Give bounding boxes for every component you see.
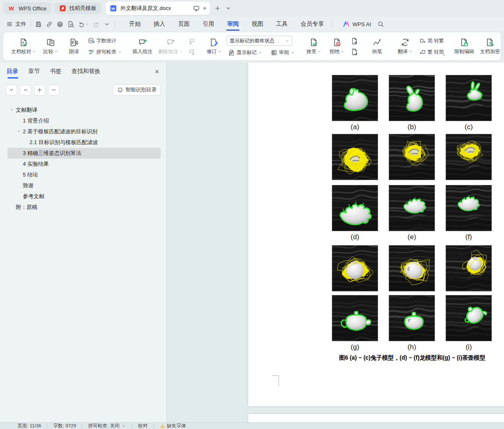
new-tab-button[interactable] (214, 5, 221, 12)
toc-item[interactable]: 5 结论 (7, 169, 161, 180)
menu-item-review[interactable]: 审阅 (226, 18, 240, 30)
toc-toolbar: 智能识别目录 (0, 78, 166, 96)
toc-item[interactable]: 3 精确三维姿态识别算法 (7, 148, 161, 159)
toc-item[interactable]: 致谢 (7, 180, 161, 191)
figure-image-dragon-y1[interactable] (332, 134, 378, 180)
markup-state-dropdown[interactable]: 显示标记的最终状态 (227, 36, 292, 46)
menu-item-home[interactable]: 开始 (128, 18, 142, 30)
prev-comment-button[interactable] (187, 37, 197, 45)
figure-image-dragon-g3[interactable] (445, 185, 492, 231)
translate-icon: A (401, 38, 410, 47)
pen-icon (372, 38, 382, 47)
figure-image-dragon-g2[interactable] (389, 185, 435, 231)
expand-arrow-icon[interactable] (10, 108, 16, 113)
undo-button[interactable] (78, 21, 89, 28)
read-aloud-button[interactable]: 朗读 (63, 37, 85, 56)
warning-icon (160, 423, 165, 429)
zoom-in-button[interactable] (34, 85, 45, 96)
redo-button[interactable] (93, 21, 100, 28)
draw-pen-button[interactable]: 画笔 (366, 37, 388, 56)
close-sidebar-button[interactable]: × (154, 68, 160, 78)
toc-item[interactable]: 2 基于模板匹配滤波的目标识别 (7, 126, 161, 137)
figure-image-dragon-g1[interactable] (332, 185, 378, 231)
menu-item-insert[interactable]: 插入 (153, 18, 166, 30)
smart-toc-button[interactable]: 智能识别目录 (113, 84, 161, 96)
docer-tab[interactable]: 找稻壳模板 (54, 2, 101, 14)
chevron-down-icon (121, 424, 126, 429)
wps-ai-button[interactable]: WPS AI (343, 20, 371, 28)
proofread-status[interactable]: 校对 (138, 423, 148, 429)
toc-item[interactable]: 4 实验结果 (7, 159, 161, 169)
figure-image-bunny-b[interactable] (389, 75, 435, 121)
toc-item[interactable]: 文献翻译 (7, 105, 161, 115)
sidebar-tab-chapters[interactable]: 章节 (28, 68, 40, 78)
word-count-button[interactable]: 12字数统计 (86, 37, 124, 45)
restrict-edit-button[interactable]: 限制编辑 (452, 37, 476, 56)
toc-item-label: 2 基于模板匹配滤波的目标识别 (23, 128, 98, 135)
collapse-all-button[interactable] (6, 85, 17, 96)
figure-label: (e) (389, 233, 435, 241)
figure-image-teapot-g3[interactable] (445, 295, 492, 341)
save-button[interactable] (35, 21, 42, 28)
insert-comment-button[interactable]: 插入批注 (130, 37, 154, 56)
expand-arrow-icon[interactable] (17, 129, 23, 135)
figure-label: (g) (332, 343, 378, 351)
expand-all-button[interactable] (20, 85, 31, 96)
sidebar-tab-bookmarks[interactable]: 书签 (50, 68, 61, 78)
translate-button[interactable]: A 翻译 (394, 37, 416, 56)
brand-chip[interactable]: W WPS Office (3, 2, 51, 14)
figure-image-teapot-y3[interactable] (445, 245, 492, 292)
menu-item-member[interactable]: 会员专享 (300, 18, 325, 30)
trad-to-simp-button[interactable]: 繁 转简 (418, 48, 445, 56)
word-count-status[interactable]: 字数: 9729 (53, 423, 76, 429)
toc-item[interactable]: 2.1 目标识别与模板匹配滤波 (7, 137, 161, 148)
spell-check-button[interactable]: ABC拼写检查 (86, 48, 124, 56)
menu-item-reference[interactable]: 引用 (202, 18, 215, 30)
missing-font-warning[interactable]: 缺失字体 (160, 423, 186, 429)
show-markup-button[interactable]: 显示标记 (227, 48, 264, 57)
simp-to-trad-button[interactable]: 简 转繁 (418, 37, 445, 45)
figure-image-bunny-c[interactable] (445, 75, 492, 121)
review-pane-button[interactable]: 审阅 (269, 48, 296, 57)
sidebar-tab-toc[interactable]: 目录 (7, 68, 18, 78)
track-changes-button[interactable]: 修订 (203, 37, 225, 56)
output-button[interactable] (46, 21, 53, 28)
figure-image-dragon-y3[interactable] (445, 134, 492, 180)
figure-image-teapot-g1[interactable] (332, 295, 378, 341)
compare-button[interactable]: 比较 (40, 37, 61, 56)
figure-image-teapot-y2[interactable] (389, 245, 435, 292)
toc-item[interactable]: 参考文献 (7, 191, 161, 202)
figure-label: (b) (389, 123, 435, 131)
sidebar-tab-find-replace[interactable]: 查找和替换 (71, 68, 100, 78)
search-icon[interactable] (377, 20, 384, 28)
menu-item-view[interactable]: 视图 (251, 18, 264, 30)
expand-corner-icon[interactable] (443, 54, 448, 58)
more-button[interactable] (103, 21, 110, 28)
accept-button[interactable]: 接受 (303, 37, 325, 56)
print-button[interactable] (56, 21, 64, 28)
menu-item-page[interactable]: 页面 (177, 18, 191, 30)
svg-text:12: 12 (90, 39, 93, 42)
figure-image-bunny-a[interactable] (332, 75, 378, 121)
figure-image-teapot-y1[interactable] (332, 245, 378, 292)
next-change-button[interactable] (350, 48, 360, 56)
next-comment-button[interactable] (187, 48, 197, 56)
monitor-icon[interactable] (193, 5, 200, 12)
tab-list-chevron-icon[interactable] (225, 5, 232, 12)
zoom-out-button[interactable] (48, 85, 59, 96)
document-tab[interactable]: W 外文翻译及原文.docx (105, 2, 210, 15)
preview-button[interactable] (67, 21, 74, 28)
figure-image-teapot-g2[interactable] (389, 295, 435, 341)
reject-button[interactable]: 拒绝 (326, 37, 348, 56)
ribbon-area: a 文档校对 比较 朗读12字数统计ABC拼写检查 插入批注 删除批注 修订 显… (0, 32, 504, 63)
prev-change-button[interactable] (350, 37, 360, 45)
menu-item-tools[interactable]: 工具 (275, 18, 289, 30)
figure-image-dragon-y2[interactable] (389, 134, 435, 180)
file-menu[interactable]: 文件 (6, 20, 26, 28)
toc-item[interactable]: 附：原稿 (7, 202, 161, 213)
doc-proof-button[interactable]: a 文档校对 (9, 37, 38, 56)
toc-item[interactable]: 1 背景介绍 (7, 115, 161, 126)
spellcheck-status[interactable]: 拼写检查: 关闭 (88, 423, 126, 429)
delete-comment-button[interactable]: 删除批注 (156, 37, 185, 56)
encrypt-button[interactable]: 文档加密 (478, 37, 501, 56)
